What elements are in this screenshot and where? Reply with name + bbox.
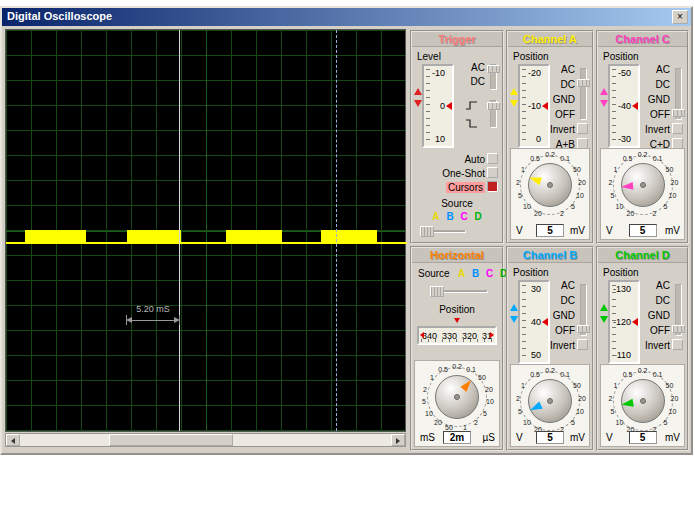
trace-baseline	[181, 242, 226, 244]
trace-pulse	[321, 230, 377, 244]
knob-scale-label: 0.2	[545, 367, 555, 374]
option-ac-label: AC	[561, 280, 575, 291]
position-right-arrow[interactable]	[490, 332, 494, 338]
rising-edge-icon	[465, 98, 478, 111]
meter-value: -30	[610, 134, 631, 144]
position-up-arrow[interactable]	[510, 304, 518, 311]
position-up-arrow[interactable]	[600, 304, 608, 311]
gain-knob[interactable]: 0.20.10.5502010521251020	[506, 367, 594, 433]
measurement-cursor-solid[interactable]	[179, 30, 180, 431]
one-shot-button[interactable]	[487, 167, 498, 178]
gain-knob-box: 0.20.10.5502010521251020 V 5 mV	[510, 364, 590, 447]
source-letter-b: B	[446, 211, 453, 222]
position-down-arrow[interactable]	[600, 316, 608, 323]
knob-pointer-icon	[620, 182, 633, 191]
timebase-knob[interactable]: 0.20.10.5502010521125102050	[413, 363, 501, 429]
measurement-value: 5.20 mS	[126, 304, 180, 314]
measurement-cursor-dashed[interactable]	[336, 30, 337, 431]
coupling-switch-handle[interactable]	[577, 325, 590, 333]
close-button[interactable]: ×	[672, 10, 688, 24]
knob-scale-label: 10	[486, 398, 494, 405]
unit-volts-label: V	[516, 225, 523, 236]
knob-center	[640, 398, 646, 404]
option-gnd-label: GND	[553, 310, 575, 321]
scrollbar-track[interactable]	[20, 434, 391, 446]
trigger-ac-label: AC	[471, 62, 485, 73]
meter-pointer-icon	[446, 102, 452, 110]
option-off-label: OFF	[650, 109, 670, 120]
gain-readout: 5	[629, 224, 657, 237]
auto-button[interactable]	[487, 153, 498, 164]
knob-scale-label: 5	[664, 203, 668, 210]
position-down-arrow[interactable]	[510, 100, 518, 107]
meter-value: -40	[610, 101, 631, 111]
invert-button[interactable]	[577, 339, 588, 350]
knob-scale-label: 0.1	[653, 155, 663, 162]
gain-knob[interactable]: 0.20.10.5502010521251020	[599, 367, 687, 433]
level-up-arrow[interactable]	[414, 88, 422, 95]
knob-scale-label: 20	[627, 210, 635, 217]
channel-c-panel: Channel C Position -50 -40 -30 AC DC GND…	[596, 30, 689, 244]
position-down-arrow[interactable]	[600, 100, 608, 107]
knob-scale-label: 50	[573, 382, 581, 389]
scrollbar-thumb[interactable]	[109, 434, 233, 446]
scroll-left-button[interactable]	[6, 434, 20, 446]
knob-scale-label: 5	[664, 419, 668, 426]
invert-button[interactable]	[672, 339, 683, 350]
knob-center	[454, 394, 460, 400]
trigger-source-letters: A B C D	[412, 211, 502, 222]
gain-knob[interactable]: 0.20.10.5502010521251020	[506, 151, 594, 217]
auto-label: Auto	[464, 154, 485, 165]
meter-value: -110	[610, 350, 631, 360]
gain-knob[interactable]: 0.20.10.5502010521251020	[599, 151, 687, 217]
trigger-coupling-switch-handle[interactable]	[487, 65, 500, 73]
trigger-edge-switch-handle[interactable]	[487, 102, 500, 110]
scroll-right-button[interactable]	[391, 434, 405, 446]
meter-value: 0	[520, 134, 541, 144]
channel-c-title: Channel C	[598, 32, 687, 47]
position-left-arrow[interactable]	[420, 332, 424, 338]
gain-knob-box: 0.20.10.5502010521251020 V 5 mV	[600, 148, 685, 240]
coupling-switch-handle[interactable]	[672, 325, 685, 333]
coupling-switch-handle[interactable]	[672, 109, 685, 117]
coupling-switch-track[interactable]	[580, 68, 587, 120]
unit-millivolts-label: mV	[570, 225, 585, 236]
gain-knob-box: 0.20.10.5502010521251020 V 5 mV	[600, 364, 685, 447]
meter-value: 50	[520, 350, 541, 360]
level-down-arrow[interactable]	[414, 100, 422, 107]
trigger-source-slider[interactable]	[420, 226, 466, 237]
cursor-measurement: 5.20 mS	[126, 304, 180, 326]
invert-button[interactable]	[577, 123, 588, 134]
cursors-button[interactable]	[487, 181, 498, 192]
title-bar[interactable]: Digital Oscilloscope ×	[2, 8, 691, 26]
option-gnd-label: GND	[553, 94, 575, 105]
knob-scale-label: 10	[616, 203, 624, 210]
position-up-arrow[interactable]	[600, 88, 608, 95]
horizontal-position-scale[interactable]: 340 330 320 31	[417, 326, 497, 345]
trigger-dc-label: DC	[471, 76, 485, 87]
trigger-source-slider-handle[interactable]	[420, 226, 434, 237]
horizontal-source-slider-handle[interactable]	[430, 286, 444, 297]
invert-button[interactable]	[672, 123, 683, 134]
horizontal-source-slider[interactable]	[430, 286, 488, 297]
position-label: Position	[603, 267, 639, 278]
unit-millivolts-label: mV	[665, 225, 680, 236]
horizontal-panel: Horizontal Source A B C D Position 340 3…	[410, 246, 504, 451]
knob-scale-label: 2	[516, 395, 520, 402]
meter-value: 40	[520, 317, 541, 327]
knob-scale-label: 1	[463, 424, 467, 431]
source-letter-d: D	[474, 211, 481, 222]
knob-scale-label: 20	[534, 210, 542, 217]
position-up-arrow[interactable]	[510, 88, 518, 95]
window-title: Digital Oscilloscope	[7, 10, 112, 22]
knob-scale-label: 0.5	[623, 371, 633, 378]
trigger-title: Trigger	[412, 32, 502, 47]
trace-baseline	[282, 242, 321, 244]
option-dc-label: DC	[656, 295, 670, 306]
position-down-arrow[interactable]	[510, 316, 518, 323]
unit-millivolts-label: mV	[665, 432, 680, 443]
coupling-switch-handle[interactable]	[577, 79, 590, 87]
knob-scale-label: 0.2	[545, 151, 555, 158]
knob-scale-label: 0.5	[438, 366, 448, 373]
channel-b-title: Channel B	[508, 248, 592, 263]
